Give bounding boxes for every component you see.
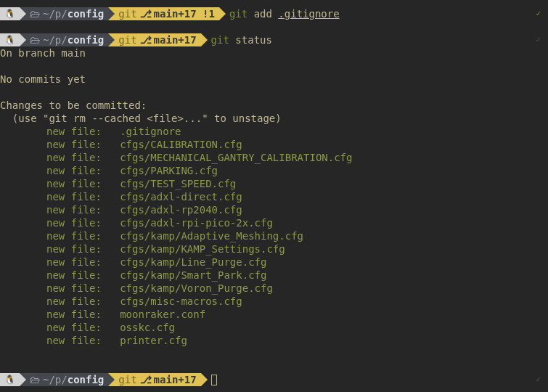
new-file-label: new file:: [46, 282, 120, 295]
branch-icon: ⎇: [140, 7, 152, 20]
cmd-sub: add: [254, 8, 272, 20]
cmd-bin: git: [211, 34, 229, 46]
new-file-label: new file:: [46, 229, 120, 242]
new-file-label: new file:: [46, 203, 120, 216]
path-prefix: ~/p/: [43, 33, 68, 46]
staged-file-row: new file: cfgs/kamp/Smart_Park.cfg: [0, 269, 548, 282]
staged-file-list: new file: .gitignorenew file: cfgs/CALIB…: [0, 125, 548, 347]
status-check-icon: ✓: [536, 7, 541, 20]
new-file-label: new file:: [46, 256, 120, 269]
staged-file-name: cfgs/misc-macros.cfg: [120, 295, 242, 308]
staged-file-name: cfgs/adxl-rp2040.cfg: [120, 203, 242, 216]
staged-file-row: new file: printer.cfg: [0, 334, 548, 347]
os-segment: 🐧: [0, 33, 20, 46]
branch-icon: ⎇: [140, 373, 152, 386]
output-unstage-hint: (use "git rm --cached <file>..." to unst…: [0, 112, 548, 125]
path-segment: 🗁~/p/config: [20, 33, 108, 46]
output-no-commits: No commits yet: [0, 73, 548, 86]
cursor[interactable]: [211, 375, 217, 385]
git-segment: git⎇main +17: [108, 373, 200, 386]
git-segment: git⎇main +17: [108, 33, 200, 46]
new-file-label: new file:: [46, 138, 120, 151]
new-file-label: new file:: [46, 151, 120, 164]
os-segment: 🐧: [0, 373, 20, 386]
cmd-bin: git: [229, 8, 248, 20]
staged-file-name: cfgs/CALIBRATION.cfg: [120, 138, 242, 151]
staged-file-name: moonraker.conf: [120, 308, 205, 321]
staged-file-row: new file: cfgs/kamp/KAMP_Settings.cfg: [0, 242, 548, 256]
staged-file-row: new file: cfgs/misc-macros.cfg: [0, 295, 548, 308]
new-file-label: new file:: [46, 334, 120, 347]
status-check-icon: ✓: [536, 373, 541, 386]
git-label: git: [118, 373, 136, 386]
staged-file-row: new file: cfgs/kamp/Voron_Purge.cfg: [0, 282, 548, 295]
linux-icon: 🐧: [4, 373, 15, 386]
output-changes-header: Changes to be committed:: [0, 99, 548, 112]
staged-file-row: new file: cfgs/kamp/Line_Purge.cfg: [0, 256, 548, 269]
staged-file-name: cfgs/kamp/Adaptive_Meshing.cfg: [120, 229, 303, 242]
new-file-label: new file:: [46, 164, 120, 177]
new-file-label: new file:: [46, 177, 120, 190]
folder-icon: 🗁: [30, 7, 40, 20]
staged-file-row: new file: cfgs/adxl-rpi-pico-2x.cfg: [0, 216, 548, 229]
new-file-label: new file:: [46, 190, 120, 203]
linux-icon: 🐧: [4, 7, 15, 20]
staged-file-row: new file: cfgs/MECHANICAL_GANTRY_CALIBRA…: [0, 151, 548, 164]
path-prefix: ~/p/: [43, 373, 68, 386]
staged-file-name: cfgs/adxl-rpi-pico-2x.cfg: [120, 216, 273, 229]
git-counters: +17 !1: [178, 7, 215, 20]
new-file-label: new file:: [46, 308, 120, 321]
staged-file-name: cfgs/kamp/Line_Purge.cfg: [120, 256, 266, 269]
new-file-label: new file:: [46, 269, 120, 282]
branch-name: main: [154, 33, 179, 46]
new-file-label: new file:: [46, 125, 120, 138]
branch-name: main: [154, 373, 179, 386]
prompt-line-2: 🐧 🗁~/p/config git⎇main +17 git status ✓: [0, 33, 548, 46]
staged-file-name: osskc.cfg: [120, 321, 175, 334]
staged-file-row: new file: osskc.cfg: [0, 321, 548, 334]
staged-file-name: cfgs/PARKING.cfg: [120, 164, 218, 177]
branch-icon: ⎇: [140, 33, 152, 46]
staged-file-name: cfgs/TEST_SPEED.cfg: [120, 177, 236, 190]
new-file-label: new file:: [46, 242, 120, 256]
cmd-sub: status: [235, 34, 272, 46]
staged-file-name: printer.cfg: [120, 334, 187, 347]
staged-file-row: new file: cfgs/PARKING.cfg: [0, 164, 548, 177]
path-current: config: [68, 7, 105, 20]
prompt-line-3: 🐧 🗁~/p/config git⎇main +17 ✓: [0, 373, 548, 386]
staged-file-row: new file: moonraker.conf: [0, 308, 548, 321]
path-segment: 🗁~/p/config: [20, 373, 108, 386]
linux-icon: 🐧: [4, 33, 15, 46]
staged-file-row: new file: cfgs/kamp/Adaptive_Meshing.cfg: [0, 229, 548, 242]
git-segment: git⎇main +17 !1: [108, 7, 219, 20]
os-segment: 🐧: [0, 7, 20, 20]
new-file-label: new file:: [46, 295, 120, 308]
staged-file-name: cfgs/kamp/Voron_Purge.cfg: [120, 282, 273, 295]
staged-file-name: cfgs/adxl-direct.cfg: [120, 190, 242, 203]
staged-file-row: new file: cfgs/CALIBRATION.cfg: [0, 138, 548, 151]
path-current: config: [68, 373, 105, 386]
staged-file-name: cfgs/kamp/Smart_Park.cfg: [120, 269, 266, 282]
path-prefix: ~/p/: [43, 7, 68, 20]
staged-file-row: new file: cfgs/TEST_SPEED.cfg: [0, 177, 548, 190]
git-label: git: [118, 33, 136, 46]
folder-icon: 🗁: [30, 373, 40, 386]
staged-file-name: .gitignore: [120, 125, 181, 138]
branch-name: main: [154, 7, 179, 20]
staged-file-name: cfgs/kamp/KAMP_Settings.cfg: [120, 242, 285, 256]
command[interactable]: git add .gitignore: [229, 7, 340, 20]
staged-file-name: cfgs/MECHANICAL_GANTRY_CALIBRATION.cfg: [120, 151, 352, 164]
prompt-line-1: 🐧 🗁~/p/config git⎇main +17 !1 git add .g…: [0, 7, 548, 20]
staged-file-row: new file: cfgs/adxl-rp2040.cfg: [0, 203, 548, 216]
folder-icon: 🗁: [30, 33, 40, 46]
status-check-icon: ✓: [536, 33, 541, 46]
command[interactable]: git status: [211, 33, 272, 46]
cmd-arg: .gitignore: [278, 8, 339, 20]
path-current: config: [68, 33, 105, 46]
git-counters: +17: [178, 373, 196, 386]
new-file-label: new file:: [46, 216, 120, 229]
path-segment: 🗁~/p/config: [20, 7, 108, 20]
staged-file-row: new file: cfgs/adxl-direct.cfg: [0, 190, 548, 203]
staged-file-row: new file: .gitignore: [0, 125, 548, 138]
git-label: git: [118, 7, 136, 20]
